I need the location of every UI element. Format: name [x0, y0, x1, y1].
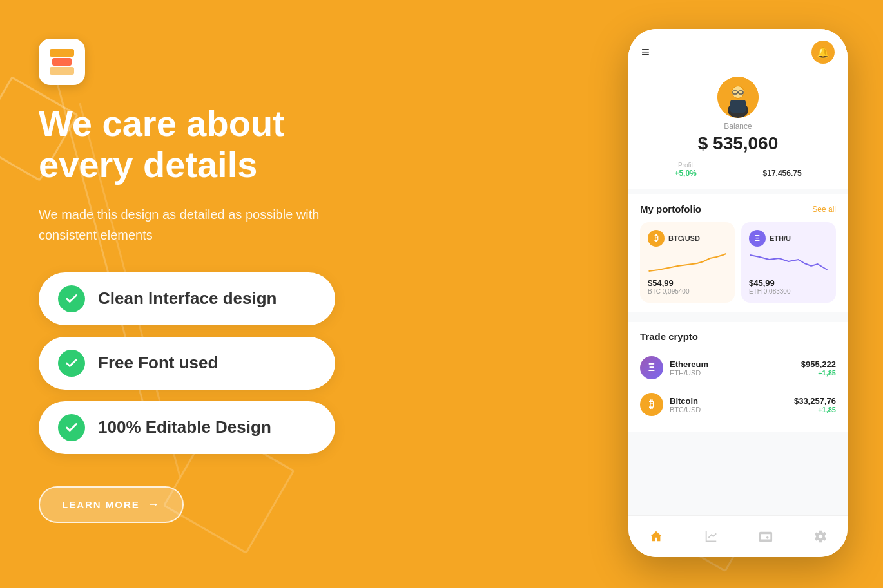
logo-box — [39, 39, 85, 85]
nav-chart[interactable] — [704, 529, 718, 544]
phone-nav — [628, 515, 848, 557]
trade-eth-info: Ethereum ETH/USD — [670, 359, 801, 377]
eth-icon: Ξ — [749, 230, 766, 247]
avatar-wrap — [641, 77, 835, 118]
portfolio-section: My portofolio See all ₿ BTC/USD $54,99 — [628, 194, 848, 312]
trade-eth-change: +1,85 — [801, 369, 836, 377]
logo-layer-mid — [52, 58, 72, 66]
see-all-link[interactable]: See all — [812, 205, 836, 214]
phone-header: ≡ 🔔 — [628, 29, 848, 70]
trade-eth-icon: Ξ — [640, 356, 663, 379]
btc-mini-chart — [648, 252, 727, 274]
left-panel: We care about every details We made this… — [39, 39, 464, 523]
nav-home[interactable] — [649, 529, 663, 544]
stat-profit: Profit +5,0% — [674, 162, 696, 178]
feature-label-3: 100% Editable Design — [98, 417, 271, 437]
trade-eth-pair: ETH/USD — [670, 369, 801, 377]
btc-amount: BTC 0,095400 — [648, 288, 727, 295]
balance-section: Balance $ 535,060 Profit +5,0% $17.456.7… — [628, 70, 848, 189]
trade-title: Trade crypto — [640, 331, 698, 342]
portfolio-cards: ₿ BTC/USD $54,99 BTC 0,095400 Ξ — [640, 222, 836, 303]
headline-line1: We care about — [39, 103, 285, 144]
feature-list: Clean Interface design Free Font used 10… — [39, 272, 464, 454]
headline: We care about every details — [39, 103, 464, 186]
portfolio-title: My portofolio — [640, 204, 701, 214]
arrow-icon: → — [148, 498, 160, 511]
btc-coin-header: ₿ BTC/USD — [648, 230, 727, 247]
learn-more-label: LEARN MORE — [62, 499, 140, 510]
notification-icon[interactable]: 🔔 — [811, 41, 835, 64]
logo-wrap — [39, 39, 464, 85]
btc-name: BTC/USD — [668, 234, 700, 242]
portfolio-card-btc[interactable]: ₿ BTC/USD $54,99 BTC 0,095400 — [640, 222, 735, 303]
trade-item-btc[interactable]: ₿ Bitcoin BTC/USD $33,257,76 +1,85 — [640, 386, 836, 422]
phone-divider — [628, 189, 848, 194]
feature-label-2: Free Font used — [98, 353, 218, 373]
balance-label: Balance — [641, 122, 835, 131]
eth-name: ETH/U — [770, 234, 791, 242]
trade-eth-price: $955,222 — [801, 359, 836, 369]
eth-mini-chart — [749, 252, 828, 274]
logo-icon — [50, 49, 74, 75]
btc-price: $54,99 — [648, 278, 727, 288]
portfolio-header: My portofolio See all — [640, 204, 836, 214]
check-icon-2 — [58, 350, 85, 377]
phone-mockup: ≡ 🔔 — [628, 29, 848, 557]
subtext: We made this design as detailed as possi… — [39, 204, 348, 245]
feature-pill-2: Free Font used — [39, 337, 335, 390]
phone-inner: ≡ 🔔 — [628, 29, 848, 557]
avatar-svg — [717, 77, 759, 118]
logo-layer-top — [50, 49, 74, 57]
trade-btc-info: Bitcoin BTC/USD — [670, 396, 794, 413]
nav-settings[interactable] — [813, 529, 828, 544]
avatar — [717, 77, 759, 118]
trade-btc-pair: BTC/USD — [670, 406, 794, 413]
portfolio-card-eth[interactable]: Ξ ETH/U $45,99 ETH 0,083300 — [741, 222, 836, 303]
trade-eth-name: Ethereum — [670, 359, 801, 369]
feature-label-1: Clean Interface design — [98, 289, 277, 308]
stat-value2: $17.456.75 — [763, 162, 802, 178]
trade-btc-price-wrap: $33,257,76 +1,85 — [794, 396, 836, 413]
nav-wallet[interactable] — [759, 529, 773, 544]
feature-pill-1: Clean Interface design — [39, 272, 335, 325]
trade-btc-price: $33,257,76 — [794, 396, 836, 406]
eth-price: $45,99 — [749, 278, 828, 288]
learn-more-button[interactable]: LEARN MORE → — [39, 486, 184, 523]
trade-item-eth[interactable]: Ξ Ethereum ETH/USD $955,222 +1,85 — [640, 350, 836, 386]
feature-pill-3: 100% Editable Design — [39, 401, 335, 454]
balance-stats: Profit +5,0% $17.456.75 — [641, 162, 835, 178]
eth-amount: ETH 0,083300 — [749, 288, 828, 295]
trade-header: Trade crypto — [640, 331, 836, 342]
eth-coin-header: Ξ ETH/U — [749, 230, 828, 247]
headline-line2: every details — [39, 144, 257, 185]
btc-icon: ₿ — [648, 230, 665, 247]
menu-icon[interactable]: ≡ — [641, 44, 650, 61]
trade-btc-name: Bitcoin — [670, 396, 794, 406]
trade-btc-icon: ₿ — [640, 393, 663, 416]
check-icon-1 — [58, 285, 85, 312]
balance-amount: $ 535,060 — [641, 133, 835, 154]
check-icon-3 — [58, 414, 85, 441]
trade-btc-change: +1,85 — [794, 406, 836, 413]
logo-layer-bot — [50, 67, 74, 75]
phone-divider2 — [628, 317, 848, 322]
svg-rect-3 — [730, 100, 746, 113]
trade-eth-price-wrap: $955,222 +1,85 — [801, 359, 836, 377]
trade-section: Trade crypto Ξ Ethereum ETH/USD $955,222… — [628, 322, 848, 432]
